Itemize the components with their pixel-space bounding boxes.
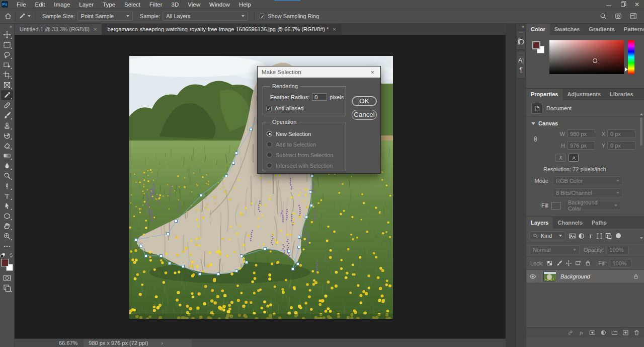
zoom-level[interactable]: 66.67%	[15, 340, 84, 346]
pixel-layer-filter-icon[interactable]	[569, 232, 576, 240]
hue-slider[interactable]	[628, 40, 634, 74]
hue-slider-pointer[interactable]	[625, 67, 628, 72]
fill-dropdown[interactable]: Background Color	[565, 201, 621, 210]
tool-historybrush[interactable]	[1, 130, 13, 141]
adjustment-layer-filter-icon[interactable]	[578, 232, 585, 240]
lock-artboard-icon[interactable]	[575, 260, 582, 266]
fill-color-swatch[interactable]	[551, 202, 560, 210]
height-field[interactable]: 976 px	[567, 141, 595, 150]
expand-panels-icon[interactable]: «	[516, 24, 526, 29]
width-field[interactable]: 980 px	[567, 129, 595, 138]
radio-icon[interactable]	[267, 152, 272, 158]
layer-row-background[interactable]: Background	[526, 270, 644, 283]
tool-pathsel[interactable]	[1, 201, 13, 211]
new-group-icon[interactable]	[611, 329, 618, 336]
home-icon[interactable]	[4, 12, 12, 20]
paragraph-panel-icon[interactable]: ¶	[517, 66, 525, 74]
properties-scrollbar[interactable]	[639, 113, 643, 217]
menu-item[interactable]: Type	[98, 0, 120, 9]
canvas-section-header[interactable]: Canvas	[526, 117, 644, 128]
close-button[interactable]: ✕	[630, 0, 644, 9]
lock-transparency-icon[interactable]	[546, 260, 553, 266]
fill-field[interactable]: 100%	[610, 259, 631, 267]
type-panels-group[interactable]: A| ¶	[516, 51, 526, 79]
restore-button[interactable]	[616, 0, 630, 9]
menu-item[interactable]: Help	[234, 0, 256, 9]
menu-item[interactable]: Image	[49, 0, 74, 9]
tool-ellipsis[interactable]	[1, 241, 13, 251]
delete-layer-icon[interactable]	[633, 329, 640, 336]
radio-icon[interactable]	[267, 131, 272, 136]
landscape-orientation-button[interactable]	[569, 154, 579, 162]
portrait-orientation-button[interactable]	[555, 154, 566, 162]
menu-item[interactable]: Filter	[145, 0, 167, 9]
new-layer-icon[interactable]	[622, 329, 629, 336]
tool-marquee[interactable]	[1, 40, 13, 50]
menu-item[interactable]: Window	[205, 0, 234, 9]
feather-radius-input[interactable]	[312, 93, 327, 101]
panel-tab[interactable]: Swatches	[550, 24, 585, 35]
panel-tab[interactable]: Libraries	[605, 89, 637, 100]
panel-tab[interactable]: Color	[526, 24, 550, 35]
tool-brush[interactable]	[1, 110, 13, 120]
add-mask-icon[interactable]	[589, 329, 596, 336]
radio-icon[interactable]	[267, 142, 272, 147]
tool-eraser[interactable]	[1, 141, 13, 151]
panel-tab[interactable]: Paths	[587, 217, 611, 229]
foreground-color-swatch[interactable]	[532, 41, 540, 49]
sample-dropdown[interactable]: All Layers	[163, 12, 248, 21]
tool-lasso[interactable]	[1, 50, 13, 60]
operation-radio-option[interactable]: Intersect with Selection	[267, 160, 346, 171]
tool-type[interactable]: T	[1, 191, 13, 201]
lock-position-icon[interactable]	[566, 260, 572, 266]
document-tab[interactable]: bergamasco-sheepdog-watching-royalty-fre…	[102, 24, 341, 35]
layer-filter-dropdown[interactable]: Kind	[529, 231, 566, 240]
tab-close-icon[interactable]: ×	[333, 26, 336, 32]
layer-visibility-toggle[interactable]	[526, 270, 539, 283]
color-picker-ring[interactable]	[593, 58, 597, 63]
panel-tab[interactable]: Properties	[526, 89, 562, 100]
tool-eyedropper[interactable]	[1, 90, 13, 100]
menu-item[interactable]: 3D	[167, 0, 184, 9]
new-adjustment-layer-icon[interactable]	[600, 329, 607, 336]
tool-dodge[interactable]	[1, 171, 13, 181]
layer-style-icon[interactable]: fx	[578, 329, 585, 336]
radio-icon[interactable]	[267, 163, 272, 168]
smart-object-filter-icon[interactable]	[605, 232, 612, 240]
operation-radio-option[interactable]: Add to Selection	[267, 139, 346, 150]
panel-tab[interactable]: Channels	[553, 217, 587, 229]
tool-hand[interactable]	[1, 221, 13, 231]
quick-mask-button[interactable]	[1, 273, 13, 283]
tool-pen[interactable]	[1, 181, 13, 191]
sampling-ring-checkbox[interactable]	[260, 14, 265, 19]
link-dimensions-icon[interactable]	[532, 133, 539, 145]
menu-item[interactable]: Select	[120, 0, 145, 9]
tab-close-icon[interactable]: ×	[94, 26, 97, 32]
swap-colors-icon[interactable]	[9, 253, 14, 258]
ok-button[interactable]: OK	[352, 96, 377, 106]
opacity-field[interactable]: 100%	[607, 246, 628, 254]
tool-healing[interactable]	[1, 100, 13, 110]
search-icon[interactable]	[600, 13, 607, 20]
tool-objsel[interactable]	[1, 60, 13, 70]
blend-mode-dropdown[interactable]: Normal	[529, 245, 580, 254]
tool-shape[interactable]	[1, 211, 13, 221]
type-layer-filter-icon[interactable]: T	[587, 232, 594, 240]
anti-aliased-checkbox[interactable]	[266, 106, 272, 111]
tool-stamp[interactable]	[1, 120, 13, 130]
panel-tab[interactable]: Patterns	[619, 24, 644, 35]
dialog-close-icon[interactable]: ×	[368, 68, 376, 76]
operation-radio-option[interactable]: New Selection	[267, 128, 346, 139]
dialog-title-bar[interactable]: Make Selection ×	[258, 66, 380, 78]
panel-tab[interactable]: Adjustments	[562, 89, 605, 100]
panel-tab[interactable]: Gradients	[584, 24, 619, 35]
panel-tab[interactable]: Layers	[526, 217, 553, 229]
menu-item[interactable]: View	[183, 0, 205, 9]
cancel-button[interactable]: Cancel	[352, 110, 377, 120]
menu-item[interactable]: Layer	[74, 0, 98, 9]
y-field[interactable]: 0 px	[607, 141, 635, 150]
foreground-color-swatch[interactable]	[1, 259, 9, 266]
minimize-button[interactable]	[602, 0, 616, 9]
tool-blur[interactable]	[1, 161, 13, 171]
lock-pixels-icon[interactable]	[556, 260, 562, 266]
